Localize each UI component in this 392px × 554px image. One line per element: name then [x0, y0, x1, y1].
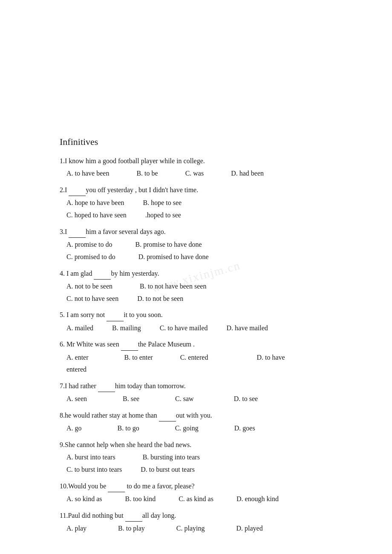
question-text: 5. I am sorry not it to you soon. — [60, 309, 341, 321]
question-block: 5. I am sorry not it to you soon. A. mai… — [60, 309, 341, 334]
option-b: B. too kind — [125, 495, 156, 502]
option-a: A. seen — [66, 395, 87, 402]
option-d-continued: entered — [66, 366, 86, 373]
question-text: 8.he would rather stay at home than out … — [60, 410, 341, 421]
option-a: A. go — [66, 424, 82, 432]
option-d: D. goes — [234, 424, 255, 432]
option-a: A. promise to do — [66, 241, 112, 248]
option-c: C. to burst into tears — [66, 466, 122, 473]
option-c: C. to have mailed — [160, 324, 208, 332]
options-row: A. go B. to go C. going D. goes — [66, 422, 341, 435]
options-row: A. enter B. to enter C. entered D. to ha… — [66, 352, 341, 364]
question-text: 3.I him a favor several days ago. — [60, 226, 341, 238]
options-row: A. seen B. see C. saw D. to see — [66, 393, 341, 405]
question-text: 10.Would you be to do me a favor, please… — [60, 480, 341, 492]
question-text: 6. Mr White was seen the Palace Museum . — [60, 338, 341, 350]
option-a: A. so kind as — [66, 495, 102, 502]
option-d: D. have mailed — [227, 324, 268, 332]
question-block: 10.Would you be to do me a favor, please… — [60, 480, 341, 505]
option-c: C. saw — [175, 395, 194, 402]
option-d: D. to have — [257, 354, 285, 361]
options-row-continued: entered — [66, 364, 341, 376]
option-c: C. was — [185, 170, 204, 177]
option-d: D. to not be seen — [137, 295, 183, 302]
option-c: C. promised to do — [66, 253, 115, 260]
option-c: C. entered — [180, 354, 208, 361]
question-text: 1.I know him a good football player whil… — [60, 155, 341, 167]
options-row2: C. promised to do D. promised to have do… — [66, 251, 341, 263]
question-text: 7.I had rather him today than tomorrow. — [60, 380, 341, 392]
options-row2: C. hoped to have seen .hoped to see — [66, 209, 341, 222]
option-a: A. to have been — [66, 170, 109, 177]
options-row2: C. to burst into tears D. to burst out t… — [66, 464, 341, 476]
question-block: 2.I you off yesterday , but I didn't hav… — [60, 184, 341, 222]
question-block: 9.She cannot help when she heard the bad… — [60, 439, 341, 476]
question-block: 7.I had rather him today than tomorrow. … — [60, 380, 341, 405]
options-row: A. not to be seen B. to not have been se… — [66, 280, 341, 293]
options-row: A. to have been B. to be C. was D. had b… — [66, 167, 341, 180]
option-d: D. to see — [234, 395, 258, 402]
options-row: A. play B. to play C. playing D. played — [66, 522, 341, 535]
option-b: B. to not have been seen — [140, 283, 206, 290]
option-a: A. burst into tears — [66, 453, 115, 461]
option-b: B. to go — [118, 424, 139, 432]
options-row: A. promise to do B. promise to have done — [66, 239, 341, 251]
option-b: B. mailing — [112, 324, 141, 332]
option-c: C. hoped to have seen — [66, 211, 127, 219]
question-text: 2.I you off yesterday , but I didn't hav… — [60, 184, 341, 196]
option-b: B. to play — [118, 525, 145, 532]
question-block: 3.I him a favor several days ago. A. pro… — [60, 226, 341, 263]
option-d: .hoped to see — [145, 211, 181, 219]
option-d: D. promised to have done — [138, 253, 209, 260]
option-b: B. bursting into tears — [143, 453, 200, 461]
options-row: A. mailed B. mailing C. to have mailed D… — [66, 322, 341, 335]
option-b: B. to be — [136, 170, 158, 177]
option-a: A. play — [66, 525, 86, 532]
option-c: C. as kind as — [179, 495, 213, 502]
option-a: A. mailed — [66, 324, 93, 332]
option-a: A. enter — [66, 354, 89, 361]
question-text: 11.Paul did nothing but all day long. — [60, 510, 341, 522]
question-block: 6. Mr White was seen the Palace Museum .… — [60, 338, 341, 376]
option-d: D. played — [236, 525, 262, 532]
option-a: A. hope to have been — [66, 199, 124, 206]
questions-container: 1.I know him a good football player whil… — [60, 155, 341, 535]
section-title: Infinitives — [60, 136, 341, 147]
options-row: A. hope to have been B. hope to see — [66, 197, 341, 209]
option-b: B. to enter — [124, 354, 153, 361]
option-d: D. enough kind — [236, 495, 279, 502]
option-d: D. had been — [231, 170, 264, 177]
option-a: A. not to be seen — [66, 283, 112, 290]
question-block: 1.I know him a good football player whil… — [60, 155, 341, 180]
question-text: 4. I am glad by him yesterday. — [60, 268, 341, 280]
question-block: 8.he would rather stay at home than out … — [60, 410, 341, 435]
options-row: A. so kind as B. too kind C. as kind as … — [66, 493, 341, 505]
option-c: C. going — [175, 424, 199, 432]
option-b: B. promise to have done — [135, 241, 202, 248]
option-c: C. playing — [176, 525, 205, 532]
question-block: 4. I am glad by him yesterday. A. not to… — [60, 268, 341, 305]
option-d: D. to burst out tears — [141, 466, 195, 473]
question-block: 11.Paul did nothing but all day long. A.… — [60, 510, 341, 535]
question-text: 9.She cannot help when she heard the bad… — [60, 439, 341, 450]
options-row2: C. not to have seen D. to not be seen — [66, 293, 341, 305]
option-b: B. hope to see — [143, 199, 182, 206]
options-row: A. burst into tears B. bursting into tea… — [66, 451, 341, 464]
option-b: B. see — [123, 395, 139, 402]
option-c: C. not to have seen — [66, 295, 118, 302]
